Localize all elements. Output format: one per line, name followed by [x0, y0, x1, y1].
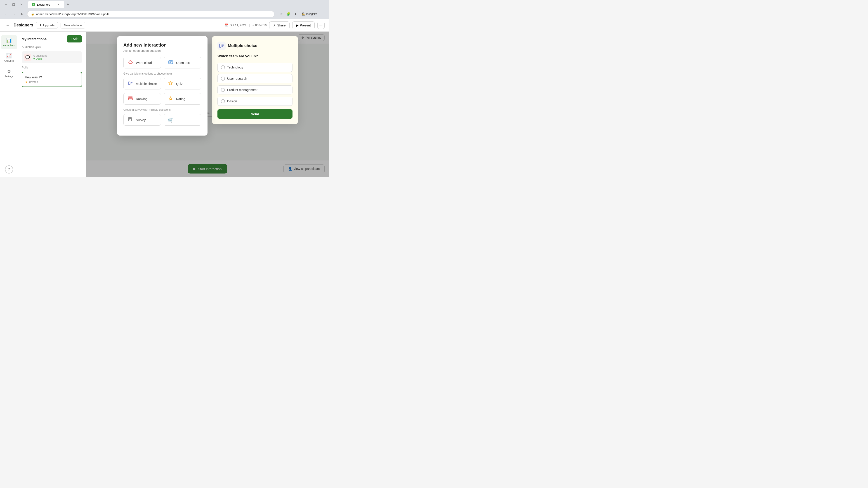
ranking-icon — [127, 96, 133, 102]
radio-technology — [221, 65, 225, 69]
svg-rect-7 — [128, 97, 132, 97]
minimize-button[interactable]: – — [3, 1, 9, 8]
svg-rect-0 — [168, 61, 173, 64]
upgrade-icon: ⬆ — [39, 24, 42, 27]
svg-rect-9 — [128, 99, 132, 100]
url-text: admin.sli.do/event/8GoqA3eqYCVaD6c1SPMVo… — [36, 12, 271, 16]
sidebar-item-settings[interactable]: ⚙ Settings — [1, 66, 17, 80]
settings-icon: ⚙ — [7, 69, 11, 74]
radio-product-management — [221, 88, 225, 92]
interactions-icon: 📊 — [6, 37, 12, 43]
audience-count: 0 questions — [33, 54, 74, 57]
modal-title: Add new interaction — [123, 42, 201, 48]
header-more-button[interactable]: ••• — [317, 22, 324, 29]
svg-rect-11 — [128, 118, 131, 121]
preview-header: Multiple choice — [217, 41, 292, 50]
multiple-choice-icon — [127, 81, 133, 87]
poll-more-icon[interactable]: ⋮ — [75, 75, 79, 79]
reload-button[interactable]: ↻ — [19, 11, 25, 17]
date-info: 📅 Oct 11, 2024 — [224, 24, 246, 27]
option-text-user-research: User research — [227, 77, 247, 80]
browser-menu-button[interactable]: ⋮ — [320, 11, 327, 17]
present-button[interactable]: ▶ Present — [292, 22, 315, 29]
word-cloud-option[interactable]: Word cloud — [123, 57, 161, 68]
share-button[interactable]: ↗ Share — [269, 22, 289, 29]
download-button[interactable]: ⬇ — [292, 11, 299, 17]
survey-icon — [127, 117, 133, 123]
new-tab-button[interactable]: + — [64, 1, 71, 8]
analytics-icon: 📈 — [6, 53, 12, 59]
right-area: My interactions + Add Audience Q&A 💬 0 q… — [18, 32, 329, 177]
open-question-label: Ask an open ended question — [123, 49, 201, 53]
url-bar[interactable]: 🔒 admin.sli.do/event/8GoqA3eqYCVaD6c1SPM… — [27, 11, 274, 18]
present-label: Present — [300, 24, 311, 27]
sidebar: 📊 Interactions 📈 Analytics ⚙ Settings ? — [0, 32, 18, 177]
multiple-choice-option[interactable]: Multiple choice — [123, 78, 161, 90]
open-ended-options: Word cloud — [123, 57, 201, 68]
extra-icon: 🛒 — [167, 117, 174, 123]
date-text: Oct 11, 2024 — [229, 24, 246, 27]
extra-option[interactable]: 🛒 — [164, 114, 201, 126]
audience-more-icon[interactable]: ⋮ — [76, 55, 80, 59]
rating-label: Rating — [176, 97, 185, 101]
preview-option-user-research[interactable]: User research — [217, 74, 292, 83]
open-text-option[interactable]: Open text — [164, 57, 201, 68]
close-button[interactable]: × — [18, 1, 24, 8]
survey-section-divider: Create a survey with multiple questions — [123, 108, 201, 111]
incognito-icon: 🕵 — [302, 12, 305, 15]
preview-option-design[interactable]: Design — [217, 97, 292, 106]
rating-option[interactable]: Rating — [164, 93, 201, 105]
quiz-option[interactable]: Quiz — [164, 78, 201, 90]
preview-option-technology[interactable]: Technology — [217, 63, 292, 72]
options-section-divider: Give participants options to choose from — [123, 72, 201, 75]
upgrade-button[interactable]: ⬆ Upgrade — [36, 22, 58, 29]
event-id: # 8664816 — [253, 24, 267, 27]
sidebar-interactions-label: Interactions — [2, 44, 16, 47]
event-id-text: 8664816 — [255, 24, 267, 27]
word-cloud-label: Word cloud — [136, 61, 152, 65]
svg-rect-15 — [219, 44, 221, 47]
new-interface-button[interactable]: New interface — [61, 22, 85, 29]
radio-user-research — [221, 76, 225, 80]
quiz-icon — [167, 81, 174, 87]
preview-question: Which team are you in? — [217, 54, 292, 58]
share-label: Share — [277, 24, 285, 27]
modal-overlay[interactable]: Add new interaction Ask an open ended qu… — [86, 32, 329, 177]
rating-icon — [167, 96, 174, 102]
extensions-button[interactable]: 🧩 — [285, 11, 291, 17]
word-cloud-icon — [127, 60, 133, 66]
active-tab[interactable]: S Designers × — [28, 1, 64, 8]
back-nav-button[interactable]: ← — [3, 11, 9, 17]
multiple-choice-preview: Multiple choice Which team are you in? T… — [212, 36, 298, 124]
quiz-label: Quiz — [176, 82, 183, 86]
ranking-option[interactable]: Ranking — [123, 93, 161, 105]
upgrade-label: Upgrade — [43, 24, 55, 27]
survey-option[interactable]: Survey — [123, 114, 161, 126]
interactions-list-panel: My interactions + Add Audience Q&A 💬 0 q… — [18, 32, 86, 177]
more-dots-icon: ••• — [319, 24, 322, 27]
poll-list-item[interactable]: How was it? ⋮ ★ 0 votes — [22, 72, 82, 87]
calendar-icon: 📅 — [224, 24, 228, 27]
help-button[interactable]: ? — [5, 165, 13, 173]
forward-nav-button[interactable]: → — [11, 11, 17, 17]
add-interaction-button[interactable]: + Add — [67, 35, 82, 42]
sidebar-item-analytics[interactable]: 📈 Analytics — [1, 51, 17, 65]
sidebar-settings-label: Settings — [4, 75, 13, 78]
app-body: 📊 Interactions 📈 Analytics ⚙ Settings ? — [0, 32, 329, 177]
app-back-button[interactable]: ← — [4, 22, 11, 29]
sidebar-footer: ? — [5, 165, 13, 173]
audience-qa-info: 0 questions Open — [33, 54, 74, 60]
preview-option-product-management[interactable]: Product management — [217, 86, 292, 94]
incognito-label: Incognito — [306, 12, 317, 15]
bookmark-button[interactable]: ☆ — [278, 11, 284, 17]
sidebar-item-interactions[interactable]: 📊 Interactions — [1, 35, 17, 49]
audience-qa-item[interactable]: 💬 0 questions Open ⋮ — [22, 51, 82, 63]
star-icon: ★ — [25, 80, 28, 84]
svg-rect-8 — [128, 98, 132, 99]
preview-send-button[interactable]: Send — [217, 109, 292, 119]
maximize-button[interactable]: □ — [10, 1, 17, 8]
open-text-label: Open text — [176, 61, 190, 65]
address-actions: ☆ 🧩 ⬇ 🕵 Incognito ⋮ — [278, 11, 327, 17]
tab-close-button[interactable]: × — [57, 2, 61, 6]
browser-titlebar: – □ × S Designers × + — [0, 0, 329, 9]
